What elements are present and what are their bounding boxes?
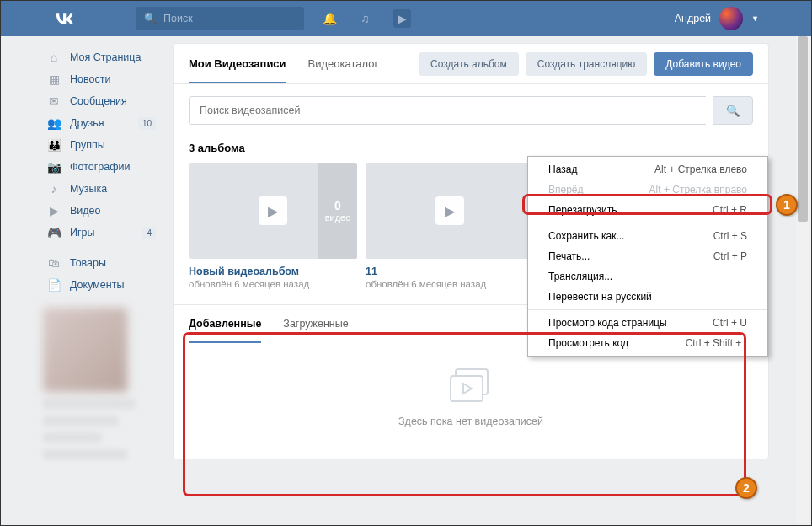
context-menu: НазадAlt + Стрелка влево ВперёдAlt + Стр… xyxy=(527,156,768,357)
music-icon[interactable]: ♫ xyxy=(361,12,370,25)
ctx-saveas[interactable]: Сохранить как...Ctrl + S xyxy=(528,226,767,246)
album-thumb: ▶ 0видео xyxy=(189,163,357,259)
header-icons: 🔔 ♫ ▶ xyxy=(323,9,411,28)
user-name: Андрей xyxy=(675,13,711,24)
sidebar-item-mypage[interactable]: ⌂Моя Страница xyxy=(43,46,161,68)
add-video-button[interactable]: Добавить видео xyxy=(654,52,753,76)
messages-icon: ✉ xyxy=(46,94,61,108)
blurred-text xyxy=(43,432,102,443)
empty-video-icon xyxy=(447,368,494,407)
sidebar: ⌂Моя Страница ▦Новости ✉Сообщения 👥Друзь… xyxy=(43,43,161,459)
chevron-down-icon: ▼ xyxy=(751,14,759,23)
doc-icon: 📄 xyxy=(46,278,61,292)
ctx-back[interactable]: НазадAlt + Стрелка влево xyxy=(528,159,767,180)
sidebar-item-games[interactable]: 🎮Игры4 xyxy=(43,222,161,244)
ctx-print[interactable]: Печать...Ctrl + P xyxy=(528,246,767,266)
album-title: Новый видеоальбом xyxy=(189,266,357,277)
sidebar-item-groups[interactable]: 👪Группы xyxy=(43,134,161,156)
games-icon: 🎮 xyxy=(46,226,61,239)
blurred-text xyxy=(43,399,136,409)
ctx-view-source[interactable]: Просмотр кода страницыCtrl + U xyxy=(528,313,767,333)
play-icon[interactable]: ▶ xyxy=(393,9,411,28)
scrollbar[interactable] xyxy=(796,36,809,523)
album-title: 11 xyxy=(366,266,534,277)
video-icon: ▶ xyxy=(46,204,61,217)
sidebar-item-label: Видео xyxy=(70,205,101,217)
sidebar-item-label: Документы xyxy=(70,279,124,291)
sidebar-item-label: Сообщения xyxy=(70,95,127,107)
sidebar-item-label: Группы xyxy=(70,139,105,151)
sidebar-item-video[interactable]: ▶Видео xyxy=(43,200,161,222)
sidebar-item-music[interactable]: ♪Музыка xyxy=(43,178,161,200)
sidebar-item-docs[interactable]: 📄Документы xyxy=(43,274,161,296)
header-user-menu[interactable]: Андрей ▼ xyxy=(675,7,759,30)
create-album-button[interactable]: Создать альбом xyxy=(419,52,519,76)
photos-icon: 📷 xyxy=(46,160,61,174)
sidebar-item-market[interactable]: 🛍Товары xyxy=(43,252,161,274)
album-count: 0видео xyxy=(318,163,357,259)
blurred-text xyxy=(43,449,127,459)
album-subtitle: обновлён 6 месяцев назад xyxy=(189,279,357,289)
album-card[interactable]: ▶ 11 обновлён 6 месяцев назад xyxy=(366,163,534,289)
video-search-input[interactable] xyxy=(189,96,706,125)
home-icon: ⌂ xyxy=(46,51,61,64)
profile-preview xyxy=(43,308,127,392)
friends-icon: 👥 xyxy=(46,116,61,130)
ctx-inspect[interactable]: Просмотреть кодCtrl + Shift + I xyxy=(528,333,767,353)
news-icon: ▦ xyxy=(46,72,61,86)
sidebar-item-friends[interactable]: 👥Друзья10 xyxy=(43,112,161,134)
sidebar-item-label: Фотографии xyxy=(70,161,130,173)
vk-logo[interactable] xyxy=(53,7,77,30)
album-subtitle: обновлён 6 месяцев назад xyxy=(366,279,534,289)
search-icon: 🔍 xyxy=(144,13,157,24)
ctx-translate[interactable]: Перевести на русский xyxy=(528,287,767,307)
ctx-reload[interactable]: ПерезагрузитьCtrl + R xyxy=(528,200,767,220)
play-icon: ▶ xyxy=(259,196,287,225)
sidebar-item-label: Новости xyxy=(70,73,110,85)
empty-state: Здесь пока нет видеозаписей xyxy=(174,342,768,453)
header-bar: 🔍 🔔 ♫ ▶ Андрей ▼ xyxy=(1,1,811,36)
groups-icon: 👪 xyxy=(46,138,61,152)
album-card[interactable]: ▶ 0видео Новый видеоальбом обновлён 6 ме… xyxy=(189,163,357,289)
tab-uploaded[interactable]: Загруженные xyxy=(283,304,348,343)
ctx-forward: ВперёдAlt + Стрелка вправо xyxy=(528,180,767,200)
sidebar-item-label: Игры xyxy=(70,227,94,239)
sidebar-item-messages[interactable]: ✉Сообщения xyxy=(43,90,161,112)
annotation-badge-2: 2 xyxy=(735,477,757,499)
album-thumb: ▶ xyxy=(366,163,534,259)
tabs: Мои Видеозаписи Видеокаталог Создать аль… xyxy=(174,44,768,84)
play-icon: ▶ xyxy=(435,196,464,225)
sidebar-item-label: Друзья xyxy=(70,117,104,129)
music-note-icon: ♪ xyxy=(46,182,61,196)
scrollbar-thumb[interactable] xyxy=(798,36,808,222)
bell-icon[interactable]: 🔔 xyxy=(323,12,337,25)
video-search-button[interactable]: 🔍 xyxy=(713,96,753,125)
sidebar-item-news[interactable]: ▦Новости xyxy=(43,68,161,90)
avatar xyxy=(719,7,743,30)
tab-catalog[interactable]: Видеокаталог xyxy=(308,44,379,83)
blurred-text xyxy=(43,416,119,426)
create-stream-button[interactable]: Создать трансляцию xyxy=(526,52,647,76)
sidebar-item-label: Товары xyxy=(70,257,106,269)
sidebar-badge: 4 xyxy=(142,227,156,239)
tab-added[interactable]: Добавленные xyxy=(189,304,261,343)
sidebar-item-label: Музыка xyxy=(70,183,107,195)
tab-my-videos[interactable]: Мои Видеозаписи xyxy=(189,44,286,83)
header-search-input[interactable] xyxy=(163,13,296,24)
sidebar-item-label: Моя Страница xyxy=(70,51,141,63)
sidebar-badge: 10 xyxy=(138,117,156,130)
empty-text: Здесь пока нет видеозаписей xyxy=(174,416,768,427)
svg-rect-1 xyxy=(451,376,483,401)
bag-icon: 🛍 xyxy=(46,256,61,270)
ctx-cast[interactable]: Трансляция... xyxy=(528,266,767,287)
header-search[interactable]: 🔍 xyxy=(136,7,304,30)
sidebar-item-photos[interactable]: 📷Фотографии xyxy=(43,156,161,178)
annotation-badge-1: 1 xyxy=(776,194,798,216)
